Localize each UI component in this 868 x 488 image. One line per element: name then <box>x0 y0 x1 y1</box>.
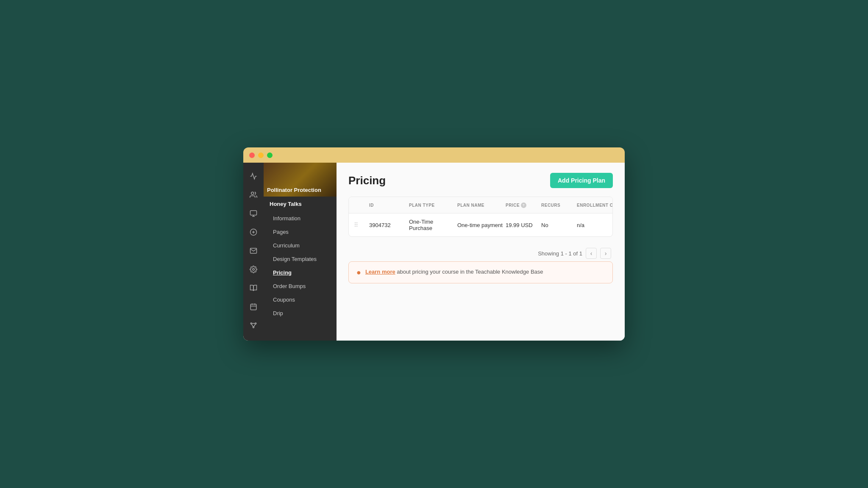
course-subtitle: Pollinator Protection <box>267 187 321 193</box>
svg-rect-1 <box>250 211 257 215</box>
cell-price: 19.99 USD <box>506 222 540 228</box>
learn-more-link[interactable]: Learn more <box>365 269 395 275</box>
cell-enrollment-cap: n/a <box>577 222 613 228</box>
cell-id: 3904732 <box>369 222 407 228</box>
drag-handle-icon[interactable]: ⠿ <box>354 222 367 228</box>
sidebar-item-information[interactable]: Information <box>266 212 334 225</box>
app-title: Honey Talks <box>264 197 337 210</box>
table-header: ID Plan Type Plan Name Price ? Recurs <box>349 197 612 214</box>
sidebar-item-order-bumps[interactable]: Order Bumps <box>266 280 334 293</box>
sidebar-item-drip[interactable]: Drip <box>266 307 334 320</box>
pricing-table: ID Plan Type Plan Name Price ? Recurs <box>348 197 613 237</box>
sidebar: Pollinator Protection Honey Talks Inform… <box>264 163 337 341</box>
sidebar-item-pricing[interactable]: Pricing <box>266 266 334 279</box>
pagination: Showing 1 - 1 of 1 ‹ › <box>348 245 613 261</box>
cell-plan-type: One-Time Purchase <box>409 219 456 231</box>
main-content: Pricing Add Pricing Plan ID Plan Type Pl… <box>337 163 625 341</box>
icon-monitor[interactable] <box>245 205 262 222</box>
info-banner: ● Learn more about pricing your course i… <box>348 261 613 283</box>
main-header: Pricing Add Pricing Plan <box>348 173 613 188</box>
price-info-icon[interactable]: ? <box>521 202 526 208</box>
course-thumbnail: Pollinator Protection <box>264 163 337 197</box>
icon-rail <box>243 163 264 341</box>
cell-recurs: No <box>541 222 575 228</box>
app-window: Pollinator Protection Honey Talks Inform… <box>243 147 625 341</box>
icon-library[interactable] <box>245 280 262 297</box>
info-circle-icon: ● <box>356 268 361 277</box>
th-plan-type: Plan Type <box>409 200 456 210</box>
minimize-dot[interactable] <box>258 152 264 158</box>
svg-line-17 <box>254 324 256 327</box>
svg-line-16 <box>251 324 253 327</box>
page-title: Pricing <box>348 174 386 187</box>
th-recurs: Recurs <box>541 200 575 210</box>
svg-rect-8 <box>250 304 256 310</box>
info-banner-body: about pricing your course in the Teachab… <box>395 269 543 275</box>
pagination-prev[interactable]: ‹ <box>586 248 597 259</box>
icon-calendar[interactable] <box>245 298 262 315</box>
sidebar-item-design-templates[interactable]: Design Templates <box>266 252 334 266</box>
add-pricing-plan-button[interactable]: Add Pricing Plan <box>550 173 613 188</box>
close-dot[interactable] <box>249 152 255 158</box>
icon-analytics[interactable] <box>245 168 262 185</box>
sidebar-nav: Information Pages Curriculum Design Temp… <box>264 210 337 341</box>
sidebar-item-curriculum[interactable]: Curriculum <box>266 239 334 252</box>
icon-users[interactable] <box>245 186 262 203</box>
th-drag <box>354 200 367 210</box>
pagination-next[interactable]: › <box>600 248 611 259</box>
th-id: ID <box>369 200 407 210</box>
icon-mail[interactable] <box>245 242 262 259</box>
sidebar-item-pages[interactable]: Pages <box>266 225 334 238</box>
titlebar <box>243 147 625 163</box>
th-plan-name: Plan Name <box>457 200 504 210</box>
cell-plan-name: One-time payment <box>457 222 504 228</box>
table-row: ⠿ 3904732 One-Time Purchase One-time pay… <box>349 214 612 236</box>
svg-point-0 <box>251 192 254 194</box>
th-price: Price ? <box>506 200 540 210</box>
th-enrollment-cap: Enrollment Cap <box>577 200 613 210</box>
icon-settings[interactable] <box>245 261 262 278</box>
svg-point-7 <box>253 269 255 271</box>
pagination-text: Showing 1 - 1 of 1 <box>538 250 582 257</box>
maximize-dot[interactable] <box>267 152 273 158</box>
info-banner-text: Learn more about pricing your course in … <box>365 268 543 276</box>
icon-workflow[interactable] <box>245 317 262 334</box>
icon-dollar[interactable] <box>245 224 262 241</box>
sidebar-item-coupons[interactable]: Coupons <box>266 293 334 306</box>
window-body: Pollinator Protection Honey Talks Inform… <box>243 163 625 341</box>
